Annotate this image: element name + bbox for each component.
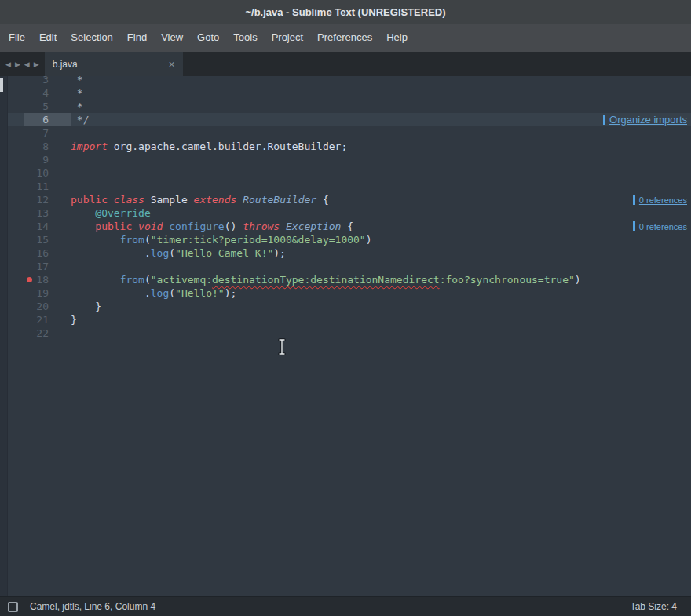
code-line[interactable]: 3 * <box>8 76 691 86</box>
code-line[interactable]: 7 <box>8 126 691 140</box>
tab-nav-forward-icon[interactable]: ▶ <box>15 60 20 68</box>
code-text: } <box>71 313 691 326</box>
code-line[interactable]: 21} <box>8 313 691 326</box>
error-dot-icon <box>27 277 32 282</box>
panel-toggle-icon[interactable] <box>8 602 18 612</box>
line-number[interactable]: 9 <box>8 153 71 166</box>
tab-nav: ◀▶◀▶ <box>0 52 45 76</box>
code-line[interactable]: 20 } <box>8 300 691 313</box>
menu-preferences[interactable]: Preferences <box>310 24 379 52</box>
menu-help[interactable]: Help <box>379 24 415 52</box>
menu-tools[interactable]: Tools <box>226 24 264 52</box>
annotation-bar-icon <box>603 115 605 125</box>
code-text: * <box>71 86 691 100</box>
tab-size-indicator[interactable]: Tab Size: 4 <box>631 601 683 612</box>
code-text: */ <box>71 113 691 126</box>
annotation-label: 0 references <box>639 222 687 231</box>
code-text: @Override <box>71 206 691 220</box>
code-line[interactable]: 13 @Override <box>8 206 691 220</box>
code-line[interactable]: 5 * <box>8 100 691 113</box>
code-lines: 3 *4 *5 *6 */78import org.apache.camel.b… <box>8 76 691 340</box>
tab-prev-icon[interactable]: ◀ <box>24 60 30 68</box>
lsp-link-0-references[interactable]: 0 references <box>633 220 687 233</box>
code-text: * <box>71 100 691 113</box>
line-number[interactable]: 10 <box>8 166 71 180</box>
tab-label: b.java <box>53 59 164 70</box>
line-number[interactable]: 20 <box>8 300 71 313</box>
code-text <box>71 153 691 166</box>
annotation-bar-icon <box>633 195 635 205</box>
line-number[interactable]: 12 <box>8 193 71 206</box>
tab-nav-back-icon[interactable]: ◀ <box>5 60 11 68</box>
line-number[interactable]: 19 <box>8 286 71 300</box>
sublime-window: ~/b.java - Sublime Text (UNREGISTERED) F… <box>0 0 691 616</box>
code-text: } <box>71 300 691 313</box>
menu-file[interactable]: File <box>2 24 32 52</box>
code-text <box>71 166 691 180</box>
menu-goto[interactable]: Goto <box>190 24 226 52</box>
line-number[interactable]: 8 <box>8 140 71 153</box>
statusbar: Camel, jdtls, Line 6, Column 4 Tab Size:… <box>0 596 691 616</box>
code-text: public class Sample extends RouteBuilder… <box>71 193 691 206</box>
tab-close-icon[interactable]: × <box>169 59 175 70</box>
code-line[interactable]: 10 <box>8 166 691 180</box>
code-line[interactable]: 4 * <box>8 86 691 100</box>
lsp-link-organize-imports[interactable]: Organize imports <box>603 113 687 126</box>
code-pane[interactable]: 3 *4 *5 *6 */78import org.apache.camel.b… <box>8 76 691 596</box>
code-line[interactable]: 15 from("timer:tick?period=1000&delay=10… <box>8 233 691 246</box>
menu-view[interactable]: View <box>154 24 190 52</box>
code-text: from("activemq:destinationType:destinati… <box>71 273 691 286</box>
line-number[interactable]: 11 <box>8 180 71 193</box>
code-line[interactable]: 19 .log("Hello!"); <box>8 286 691 300</box>
editor-area[interactable]: 3 *4 *5 *6 */78import org.apache.camel.b… <box>0 76 691 596</box>
line-number[interactable]: 7 <box>8 126 71 140</box>
code-text <box>71 180 691 193</box>
line-number[interactable]: 14 <box>8 220 71 233</box>
scroll-position-indicator[interactable] <box>0 78 3 92</box>
code-text: public void configure() throws Exception… <box>71 220 691 233</box>
annotation-bar-icon <box>633 221 635 231</box>
code-line[interactable]: 22 <box>8 326 691 340</box>
code-text: * <box>71 76 691 86</box>
line-number[interactable]: 13 <box>8 206 71 220</box>
line-number[interactable]: 16 <box>8 246 71 260</box>
tabbar: ◀▶◀▶ b.java × <box>0 52 691 76</box>
lsp-link-0-references[interactable]: 0 references <box>633 193 687 206</box>
code-text: import org.apache.camel.builder.RouteBui… <box>71 140 691 153</box>
code-line[interactable]: 8import org.apache.camel.builder.RouteBu… <box>8 140 691 153</box>
code-line[interactable]: 12public class Sample extends RouteBuild… <box>8 193 691 206</box>
tab-bjava[interactable]: b.java × <box>45 52 183 76</box>
menu-edit[interactable]: Edit <box>32 24 64 52</box>
line-number[interactable]: 4 <box>8 86 71 100</box>
line-number[interactable]: 18 <box>8 273 71 286</box>
code-line[interactable]: 11 <box>8 180 691 193</box>
code-line[interactable]: 16 .log("Hello Camel K!"); <box>8 246 691 260</box>
line-number[interactable]: 15 <box>8 233 71 246</box>
code-line[interactable]: 14 public void configure() throws Except… <box>8 220 691 233</box>
line-number[interactable]: 6 <box>8 113 71 126</box>
status-text: Camel, jdtls, Line 6, Column 4 <box>26 601 623 612</box>
line-number[interactable]: 22 <box>8 326 71 340</box>
code-text <box>71 326 691 340</box>
menu-project[interactable]: Project <box>265 24 310 52</box>
line-number[interactable]: 3 <box>8 76 71 86</box>
titlebar[interactable]: ~/b.java - Sublime Text (UNREGISTERED) <box>0 0 691 24</box>
code-line[interactable]: 6 */ <box>8 113 691 126</box>
tab-next-icon[interactable]: ▶ <box>34 60 39 68</box>
menubar: FileEditSelectionFindViewGotoToolsProjec… <box>0 24 691 52</box>
annotation-label: Organize imports <box>609 114 687 126</box>
left-gutter-strip <box>0 76 8 596</box>
code-text <box>71 126 691 140</box>
menu-selection[interactable]: Selection <box>64 24 119 52</box>
code-line[interactable]: 9 <box>8 153 691 166</box>
code-text: from("timer:tick?period=1000&delay=1000"… <box>71 233 691 246</box>
line-number[interactable]: 5 <box>8 100 71 113</box>
code-text <box>71 260 691 273</box>
annotation-label: 0 references <box>639 195 687 205</box>
code-line[interactable]: 18 from("activemq:destinationType:destin… <box>8 273 691 286</box>
code-line[interactable]: 17 <box>8 260 691 273</box>
window-title: ~/b.java - Sublime Text (UNREGISTERED) <box>245 6 445 18</box>
line-number[interactable]: 17 <box>8 260 71 273</box>
menu-find[interactable]: Find <box>120 24 154 52</box>
line-number[interactable]: 21 <box>8 313 71 326</box>
